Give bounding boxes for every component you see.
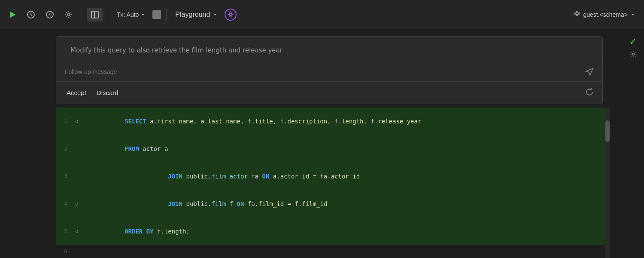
history-button[interactable] [23, 8, 39, 22]
code-editor[interactable]: 1 ↺ SELECT a.first_name, a.last_name, f.… [56, 108, 610, 258]
playground-dropdown[interactable]: Playground [172, 9, 221, 20]
tx-label: Tx: Auto [117, 11, 139, 18]
svg-line-13 [578, 13, 578, 15]
ai-icon[interactable] [225, 9, 237, 21]
code-lines: 1 ↺ SELECT a.first_name, a.last_name, f.… [56, 108, 610, 258]
follow-up-input[interactable] [65, 68, 582, 75]
send-button[interactable] [582, 66, 597, 78]
svg-point-15 [632, 53, 635, 55]
schema-label: guest.<schema> [583, 11, 628, 18]
ai-prompt-text: Modify this query to also retrieve the f… [56, 37, 602, 62]
left-gutter [0, 29, 56, 258]
svg-rect-5 [91, 11, 98, 18]
svg-marker-0 [10, 12, 15, 18]
schema-dropdown[interactable]: guest.<schema> [570, 9, 639, 20]
svg-rect-9 [576, 14, 578, 15]
actions-row: Accept Discard [56, 82, 602, 104]
stop-button[interactable] [152, 10, 161, 19]
divider-1 [82, 9, 82, 21]
check-icon[interactable]: ✓ [629, 36, 637, 47]
tx-dropdown[interactable]: Tx: Auto [113, 9, 149, 20]
discard-button[interactable]: Discard [93, 87, 122, 98]
center-panel: Modify this query to also retrieve the f… [56, 29, 610, 258]
table-row: 5 ↺ ORDER BY f.length; [56, 218, 610, 245]
main-content: Modify this query to also retrieve the f… [0, 29, 644, 258]
ai-prompt-box: Modify this query to also retrieve the f… [56, 36, 603, 104]
table-row: 6 ↺ [56, 245, 610, 258]
svg-rect-7 [574, 13, 576, 14]
svg-point-4 [67, 13, 70, 16]
reload-button[interactable] [583, 86, 595, 99]
settings-button[interactable] [61, 8, 76, 22]
svg-rect-10 [578, 13, 580, 14]
svg-line-12 [578, 12, 578, 13]
right-panel: ✓ [610, 29, 644, 258]
accept-button[interactable]: Accept [63, 87, 90, 98]
playground-label: Playground [175, 11, 210, 18]
layout-button[interactable] [87, 8, 103, 22]
scrollbar-track[interactable] [605, 108, 610, 258]
undo-icon-4[interactable]: ↺ [73, 197, 81, 210]
scrollbar-thumb[interactable] [605, 120, 610, 142]
run-button[interactable] [5, 8, 20, 21]
bookmark-button[interactable]: © [42, 8, 58, 22]
main-toolbar: © Tx: Auto Playground [0, 0, 644, 29]
svg-text:©: © [49, 12, 52, 17]
divider-3 [166, 9, 167, 21]
settings-icon-right[interactable] [629, 50, 637, 60]
divider-2 [108, 9, 108, 21]
svg-rect-8 [576, 12, 578, 13]
follow-up-row [56, 62, 602, 82]
undo-icon-1[interactable]: ↺ [73, 115, 81, 128]
undo-icon-5[interactable]: ↺ [73, 225, 81, 238]
